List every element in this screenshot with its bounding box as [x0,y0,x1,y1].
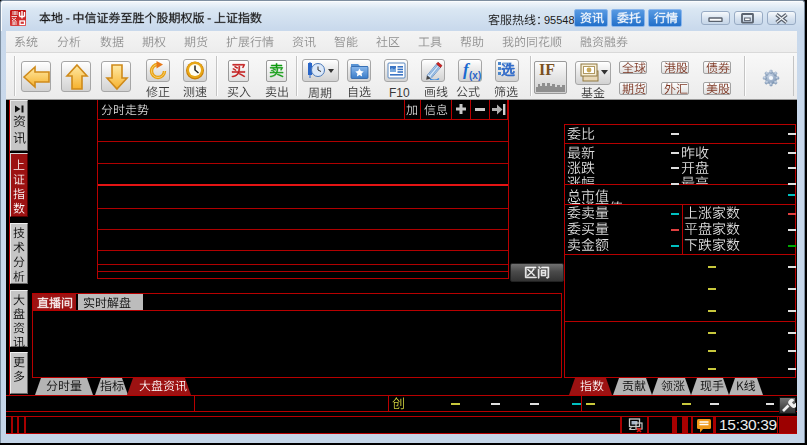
svg-text:(x): (x) [469,70,481,81]
